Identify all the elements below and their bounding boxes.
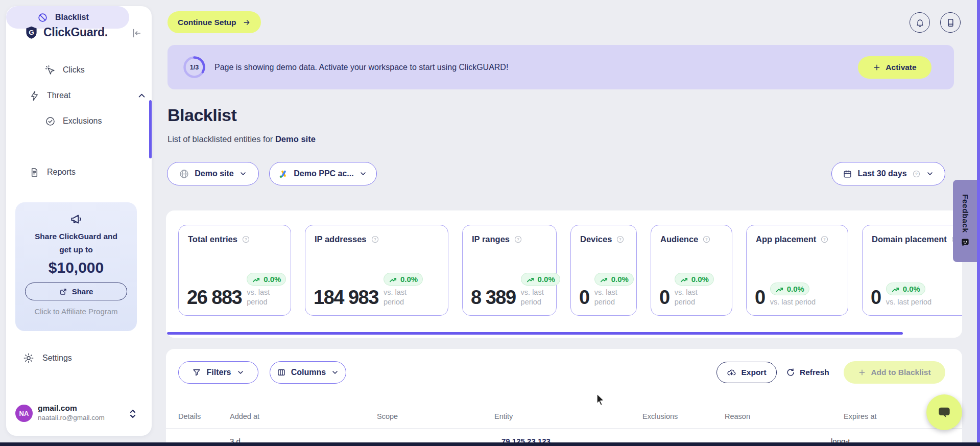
- sidebar-item-reports[interactable]: Reports: [29, 165, 76, 179]
- cursor-clicks-icon: [45, 65, 56, 76]
- share-button[interactable]: Share: [25, 283, 127, 300]
- export-button[interactable]: Export: [716, 362, 777, 383]
- chevron-up-icon[interactable]: [137, 91, 146, 100]
- ppc-account-selector[interactable]: Demo PPC ac...: [269, 162, 377, 185]
- stat-caption: vs. last period: [886, 297, 931, 307]
- share-amount: $10,000: [49, 259, 104, 276]
- site-selector-value: Demo site: [195, 169, 233, 178]
- docs-button[interactable]: [940, 12, 961, 33]
- help-icon[interactable]: ?: [371, 235, 379, 244]
- page-title: Blacklist: [168, 105, 236, 125]
- feedback-widget-icon: [960, 238, 970, 248]
- stat-delta: 0.0%: [264, 275, 281, 284]
- trend-up-icon: [891, 286, 900, 293]
- column-header-exclusions: Exclusions: [642, 412, 678, 420]
- stat-delta: 0.0%: [903, 285, 920, 293]
- chat-launcher-button[interactable]: [926, 394, 962, 430]
- bell-icon: [915, 18, 925, 28]
- affiliate-share-card: Share ClickGuard and get up to $10,000 S…: [15, 202, 137, 331]
- subtitle-site-name: Demo site: [275, 134, 316, 144]
- help-icon[interactable]: ?: [912, 170, 921, 178]
- affiliate-link[interactable]: Click to Affiliate Program: [34, 307, 117, 316]
- stat-label: Devices: [580, 234, 612, 244]
- sidebar: G ClickGuard. Clicks Threat: [6, 6, 152, 436]
- activate-button[interactable]: Activate: [858, 56, 931, 79]
- blacklist-table-panel: Filters Columns Export Refresh: [166, 349, 962, 446]
- continue-setup-button[interactable]: Continue Setup: [168, 11, 261, 33]
- svg-text:G: G: [29, 29, 34, 36]
- trend-up-icon: [775, 286, 784, 293]
- column-header-scope: Scope: [377, 412, 398, 420]
- help-icon[interactable]: ?: [702, 235, 711, 244]
- plus-icon: [873, 63, 881, 72]
- help-icon[interactable]: ?: [820, 235, 829, 244]
- help-icon[interactable]: ?: [242, 235, 250, 244]
- columns-icon: [277, 368, 286, 377]
- notifications-button[interactable]: [910, 12, 930, 33]
- demo-data-banner: 1/3 Page is showing demo data. Activate …: [168, 45, 954, 89]
- chevron-down-icon: [236, 368, 245, 377]
- stat-card-ip-ranges: IP ranges ? 8 389 0.0% vs. last period: [462, 225, 557, 316]
- sidebar-item-label: Reports: [47, 168, 76, 177]
- trend-up-icon: [680, 276, 688, 283]
- date-range-selector[interactable]: Last 30 days ?: [831, 162, 945, 185]
- stat-label: Total entries: [188, 234, 237, 244]
- cloud-download-icon: [727, 368, 736, 378]
- svg-text:?: ?: [619, 237, 622, 242]
- feedback-label: Feedback: [961, 194, 970, 233]
- svg-text:?: ?: [374, 237, 376, 242]
- page-vertical-scrollbar[interactable]: [977, 0, 980, 446]
- stat-label: Audience: [660, 234, 698, 244]
- stats-panel: Total entries ? 26 883 0.0% vs. last per…: [166, 210, 962, 338]
- column-header-expires-at: Expires at: [844, 412, 876, 420]
- sidebar-item-label: Exclusions: [63, 116, 102, 126]
- stat-card-total-entries: Total entries ? 26 883 0.0% vs. last per…: [178, 225, 291, 316]
- globe-icon: [179, 169, 189, 179]
- bottom-edge-bar: [0, 442, 980, 446]
- cards-horizontal-scrollbar[interactable]: [167, 332, 903, 335]
- settings-label: Settings: [42, 354, 72, 363]
- workspace-switcher[interactable]: NA gmail.com naatali.ro@gmail.com: [15, 404, 143, 426]
- ban-icon: [37, 12, 48, 23]
- stat-value: 26 883: [187, 288, 242, 307]
- stat-caption: vs. last period: [675, 288, 706, 307]
- stat-label: App placement: [756, 234, 816, 244]
- banner-message: Page is showing demo data. Activate your…: [214, 45, 508, 89]
- stat-value: 0: [659, 288, 670, 307]
- trend-up-icon: [526, 276, 535, 283]
- sidebar-item-settings[interactable]: Settings: [23, 353, 72, 364]
- sidebar-item-threat[interactable]: Threat: [29, 88, 131, 103]
- refresh-button[interactable]: Refresh: [786, 362, 829, 383]
- feedback-tab[interactable]: Feedback: [953, 180, 977, 262]
- site-selector[interactable]: Demo site: [167, 162, 259, 185]
- trend-up-icon: [600, 276, 608, 283]
- chevron-updown-icon[interactable]: [129, 408, 137, 420]
- help-icon[interactable]: ?: [514, 235, 522, 244]
- share-card-text: Share ClickGuard and get up to: [35, 230, 117, 256]
- add-to-blacklist-button[interactable]: Add to Blacklist: [844, 361, 945, 384]
- sidebar-collapse-icon[interactable]: [131, 28, 142, 39]
- brand-logo: G ClickGuard.: [25, 26, 108, 39]
- sidebar-item-exclusions[interactable]: Exclusions: [45, 114, 102, 128]
- sidebar-item-clicks[interactable]: Clicks: [45, 63, 85, 77]
- columns-button[interactable]: Columns: [270, 361, 346, 384]
- filters-button[interactable]: Filters: [178, 361, 258, 384]
- stat-value: 0: [579, 288, 589, 307]
- sidebar-item-label: Clicks: [63, 65, 85, 75]
- sidebar-item-label: Threat: [47, 91, 70, 100]
- sidebar-scrollbar[interactable]: [149, 100, 152, 158]
- shield-logo-icon: G: [25, 26, 38, 39]
- google-ads-icon: [279, 169, 289, 179]
- setup-step-count: 1/3: [183, 56, 206, 79]
- badge-check-icon: [45, 116, 56, 127]
- column-header-reason: Reason: [725, 412, 750, 420]
- svg-text:?: ?: [824, 237, 826, 242]
- stat-label: IP addresses: [315, 234, 367, 244]
- stat-value: 8 389: [471, 288, 516, 307]
- stat-delta: 0.0%: [611, 275, 629, 284]
- chevron-down-icon: [359, 170, 367, 178]
- column-header-added-at: Added at: [230, 412, 259, 420]
- sidebar-item-label: Blacklist: [55, 13, 89, 22]
- app-window: G ClickGuard. Clicks Threat: [0, 0, 980, 446]
- help-icon[interactable]: ?: [616, 235, 625, 244]
